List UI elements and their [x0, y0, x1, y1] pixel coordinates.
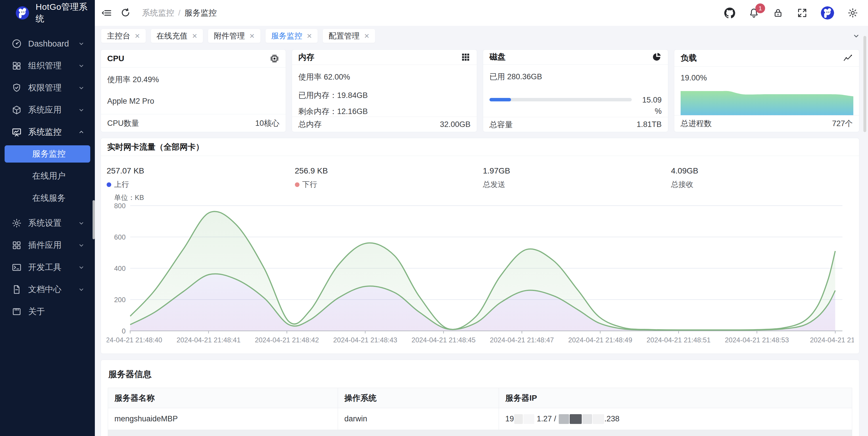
redacted-block	[593, 414, 604, 424]
close-icon[interactable]: ×	[307, 32, 312, 40]
close-icon[interactable]: ×	[249, 32, 255, 40]
app-logo[interactable]: HotGo管理系统	[0, 0, 95, 26]
sidebar-item-label: 开发工具	[28, 262, 78, 273]
memory-card: 内存 使用率 62.00% 已用内存：19.84GB 剩余内存：12.16GB …	[292, 49, 477, 132]
stat-value: 257.07 KB	[106, 166, 295, 175]
tab-online-recharge[interactable]: 在线充值 ×	[151, 29, 203, 43]
sidebar-subitem-label: 在线服务	[32, 193, 65, 204]
sidebar-item-about[interactable]: 关于	[5, 303, 90, 320]
collapse-menu-icon[interactable]	[101, 7, 112, 19]
server-info-card: 服务器信息 服务器名称 操作系统 服务器IP mengshuaideMBP da…	[101, 360, 859, 436]
shield-check-icon	[11, 83, 22, 93]
network-stat-total-received: 4.09GB 总接收	[671, 166, 859, 190]
memory-grid-icon	[461, 52, 470, 62]
disk-progress-fill	[490, 98, 511, 101]
redacted-block	[582, 414, 592, 424]
app-title: HotGo管理系统	[36, 1, 95, 25]
chevron-down-icon	[78, 40, 85, 47]
about-frame-icon	[11, 306, 22, 317]
redacted-block	[514, 414, 523, 424]
cell-os: darwin	[338, 408, 499, 430]
tab-config[interactable]: 配置管理 ×	[323, 29, 375, 43]
sidebar-subitem-online-services[interactable]: 在线服务	[5, 190, 90, 207]
notification-badge: 1	[755, 3, 765, 13]
sidebar-item-org[interactable]: 组织管理	[5, 58, 90, 74]
sidebar-subitem-label: 在线用户	[32, 170, 65, 182]
gauge-icon	[11, 38, 22, 49]
sidebar-item-label: 组织管理	[28, 60, 78, 71]
fullscreen-icon[interactable]	[797, 7, 808, 19]
chevron-down-icon	[78, 84, 85, 92]
sidebar-item-label: 文档中心	[28, 284, 78, 295]
stat-label: 上行	[114, 179, 129, 190]
sidebar-subitem-service-monitor[interactable]: 服务监控	[5, 145, 90, 163]
tab-service-monitor[interactable]: 服务监控 ×	[266, 29, 318, 43]
app-window: HotGo管理系统 Dashboard 组织管理	[0, 0, 868, 436]
tab-label: 服务监控	[271, 31, 302, 41]
svg-text:2024-04-21 21:48:40: 2024-04-21 21:48:40	[106, 336, 162, 344]
close-icon[interactable]: ×	[135, 32, 140, 40]
cpu-model: Apple M2 Pro	[107, 97, 279, 106]
page-scrollbar[interactable]	[863, 36, 866, 132]
svg-text:800: 800	[114, 202, 126, 210]
svg-text:2024-04-21 21:4: 2024-04-21 21:4	[810, 336, 854, 344]
sidebar-item-docs[interactable]: 文档中心	[5, 281, 90, 298]
sidebar-item-plugins[interactable]: 插件应用	[5, 237, 90, 254]
sidebar-item-system-settings[interactable]: 系统设置	[5, 215, 90, 232]
memory-free: 剩余内存：12.16GB	[298, 106, 470, 116]
sidebar-item-dashboard[interactable]: Dashboard	[5, 35, 90, 52]
notifications-bell-icon[interactable]: 1	[748, 7, 760, 19]
sidebar-item-label: 关于	[28, 306, 85, 317]
tab-label: 配置管理	[329, 31, 360, 41]
github-icon[interactable]	[724, 7, 735, 19]
sidebar-subitem-online-users[interactable]: 在线用户	[5, 167, 90, 185]
close-icon[interactable]: ×	[364, 32, 369, 40]
sidebar: HotGo管理系统 Dashboard 组织管理	[0, 0, 95, 436]
breadcrumb-separator: /	[178, 8, 181, 18]
memory-footer-value: 32.00GB	[440, 120, 470, 129]
header-actions: 1	[724, 6, 858, 20]
svg-text:400: 400	[114, 265, 126, 272]
close-icon[interactable]: ×	[192, 32, 197, 40]
sidebar-item-system-monitor[interactable]: 系统监控	[5, 124, 90, 140]
sidebar-item-label: 系统应用	[28, 104, 78, 116]
disk-card-title: 磁盘	[490, 52, 505, 62]
tab-console[interactable]: 主控台 ×	[101, 29, 146, 43]
load-footer-value: 727个	[832, 118, 853, 129]
stat-label: 总接收	[671, 179, 693, 190]
org-grid-icon	[11, 61, 22, 71]
refresh-icon[interactable]	[120, 7, 131, 19]
tab-bar: 主控台 × 在线充值 × 附件管理 × 服务监控 × 配置管理 ×	[95, 26, 868, 46]
network-stat-total-sent: 1.97GB 总发送	[483, 166, 671, 190]
load-trend-icon	[843, 53, 853, 63]
column-header-os: 操作系统	[338, 388, 499, 408]
breadcrumb-parent[interactable]: 系统监控	[142, 7, 174, 19]
chevron-down-icon	[78, 241, 85, 249]
sidebar-item-system-app[interactable]: 系统应用	[5, 102, 90, 118]
tab-label: 附件管理	[214, 31, 245, 41]
table-next-row-clipped	[108, 430, 852, 436]
stat-label: 总发送	[483, 179, 505, 190]
sidebar-item-dev-tools[interactable]: 开发工具	[5, 259, 90, 276]
stat-value: 4.09GB	[671, 166, 859, 175]
cell-server-name: mengshuaideMBP	[108, 408, 338, 430]
settings-gear-icon[interactable]	[847, 7, 858, 19]
user-avatar[interactable]	[821, 6, 834, 20]
sidebar-scrollbar[interactable]	[93, 200, 95, 239]
tab-attachments[interactable]: 附件管理 ×	[208, 29, 260, 43]
lock-icon[interactable]	[773, 7, 783, 19]
tab-list-chevron-down-icon[interactable]	[852, 32, 861, 40]
cpu-footer-label: CPU数量	[107, 118, 139, 128]
table-row: mengshuaideMBP darwin 19 1.27 / .238	[108, 408, 852, 430]
svg-text:2024-04-21 21:48:42: 2024-04-21 21:48:42	[255, 336, 319, 344]
load-footer-label: 总进程数	[681, 118, 712, 129]
ip-text: .238	[604, 414, 620, 423]
redacted-block	[523, 414, 534, 424]
column-header-server-ip: 服务器IP	[499, 388, 852, 408]
koala-logo-icon	[16, 6, 29, 20]
memory-used: 已用内存：19.84GB	[298, 90, 470, 101]
network-stat-up: 257.07 KB 上行	[106, 166, 295, 190]
terminal-icon	[11, 262, 22, 273]
stat-label: 下行	[302, 179, 317, 190]
sidebar-item-permission[interactable]: 权限管理	[5, 79, 90, 96]
